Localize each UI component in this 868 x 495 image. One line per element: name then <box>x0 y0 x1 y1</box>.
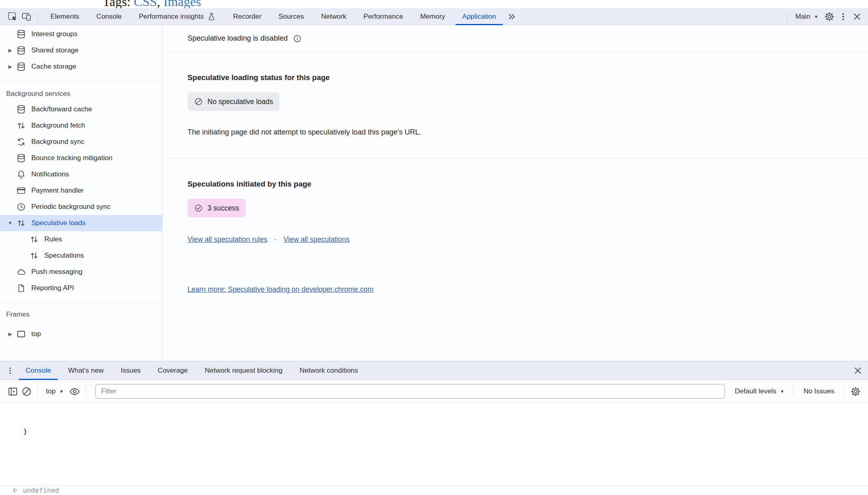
sidebar-item-label: Rules <box>44 235 62 243</box>
console-filter-input[interactable] <box>95 384 725 399</box>
sidebar-item-label: Reporting API <box>31 284 74 292</box>
sidebar-item-background-sync[interactable]: Background sync <box>0 134 162 150</box>
sidebar-item-push-messaging[interactable]: Push messaging <box>0 264 162 280</box>
up-down-arrows-icon <box>29 234 39 244</box>
sidebar-item-bounce-tracking-mitigation[interactable]: Bounce tracking mitigation <box>0 150 162 166</box>
console-settings-gear-icon[interactable] <box>848 384 862 398</box>
log-levels-select[interactable]: Default levels ▼ <box>730 387 789 395</box>
drawer-tab-console[interactable]: Console <box>17 361 59 380</box>
sidebar-item-cache-storage[interactable]: ▶ Cache storage <box>0 59 162 75</box>
view-all-speculation-rules-link[interactable]: View all speculation rules <box>188 235 267 244</box>
sidebar-item-label: Shared storage <box>31 46 79 54</box>
tab-performance[interactable]: Performance <box>355 8 412 25</box>
close-drawer-icon[interactable] <box>851 364 865 378</box>
sidebar-item-notifications[interactable]: Notifications <box>0 166 162 182</box>
tab-label: Performance <box>364 13 403 21</box>
sidebar-item-rules[interactable]: Rules <box>0 231 162 248</box>
chevron-down-icon: ▼ <box>814 14 818 19</box>
live-expression-eye-icon[interactable] <box>68 384 82 398</box>
sidebar-item-reporting-api[interactable]: Reporting API <box>0 280 162 296</box>
tab-recorder[interactable]: Recorder <box>225 8 270 25</box>
success-count-badge: 3 success <box>188 199 246 217</box>
tab-console[interactable]: Console <box>88 8 130 25</box>
drawer-tab-whats-new[interactable]: What's new <box>59 361 112 380</box>
bell-icon <box>16 169 26 179</box>
sidebar-item-periodic-background-sync[interactable]: Periodic background sync <box>0 199 162 215</box>
sidebar-item-label: Speculations <box>44 252 84 260</box>
speculative-loads-view: Speculative loading is disabled Speculat… <box>163 25 868 361</box>
tab-sources[interactable]: Sources <box>270 8 312 25</box>
drawer-tab-issues[interactable]: Issues <box>112 361 149 380</box>
execution-context-label: top <box>46 387 56 395</box>
sidebar-item-label: Payment handler <box>31 187 84 195</box>
inspect-element-icon[interactable] <box>6 10 20 24</box>
sidebar-item-label: Background sync <box>31 138 84 146</box>
tab-label: Network request blocking <box>205 367 283 375</box>
application-sidebar: Interest groups ▶ Shared storage ▶ Cache… <box>0 25 163 361</box>
tab-elements[interactable]: Elements <box>42 8 88 25</box>
console-blank-line <box>23 457 868 467</box>
tab-label: Memory <box>420 13 445 21</box>
status-section: Speculative loading status for this page… <box>163 52 868 158</box>
database-icon <box>16 29 26 39</box>
sidebar-item-speculative-loads[interactable]: ▼ Speculative loads <box>0 215 162 231</box>
drawer-tabbar: Console What's new Issues Coverage Netwo… <box>0 361 868 380</box>
result-value: undefined <box>23 486 59 494</box>
clock-icon <box>16 202 26 212</box>
tab-label: Coverage <box>158 367 188 375</box>
device-toolbar-icon[interactable] <box>20 10 33 24</box>
console-messages[interactable]: } const spec = document.createElement('s… <box>0 403 868 485</box>
toolbar-divider <box>86 386 86 397</box>
drawer-tab-network-request-blocking[interactable]: Network request blocking <box>196 361 291 380</box>
sidebar-item-speculations[interactable]: Speculations <box>0 248 162 264</box>
css-tag-link[interactable]: CSS <box>134 0 157 8</box>
sidebar-item-payment-handler[interactable]: Payment handler <box>0 182 162 199</box>
tab-performance-insights[interactable]: Performance insights <box>130 8 225 25</box>
kebab-menu-icon[interactable] <box>836 10 850 24</box>
sidebar-item-background-fetch[interactable]: Background fetch <box>0 117 162 134</box>
tab-network[interactable]: Network <box>312 8 355 25</box>
info-icon[interactable] <box>293 34 302 43</box>
toolbar-divider <box>37 386 38 397</box>
drawer-tab-coverage[interactable]: Coverage <box>149 361 196 380</box>
link-separator: · <box>274 235 277 244</box>
learn-more-row: Learn more: Speculative loading on devel… <box>163 264 868 294</box>
triangle-right-icon: ▶ <box>4 64 16 69</box>
sidebar-item-back-forward-cache[interactable]: Back/forward cache <box>0 101 162 117</box>
more-tabs-icon[interactable] <box>505 10 519 24</box>
tab-label: What's new <box>68 367 103 375</box>
learn-more-link[interactable]: Learn more: Speculative loading on devel… <box>188 285 373 293</box>
code-text: } <box>23 428 27 435</box>
issues-counter[interactable]: No Issues <box>798 387 840 395</box>
tags-comma: , <box>157 0 164 8</box>
tab-label: Elements <box>50 13 79 21</box>
cloud-icon <box>16 267 26 277</box>
drawer-tab-network-conditions[interactable]: Network conditions <box>291 361 366 380</box>
triangle-down-icon: ▼ <box>4 220 16 226</box>
view-all-speculations-link[interactable]: View all speculations <box>284 235 349 244</box>
console-code-line: } <box>23 426 868 436</box>
sidebar-item-label: Periodic background sync <box>31 203 111 211</box>
tab-application[interactable]: Application <box>454 8 504 25</box>
sidebar-item-top-frame[interactable]: ▶ top <box>0 326 162 342</box>
images-tag-link[interactable]: Images <box>164 0 201 8</box>
tags-label: Tags: <box>103 0 134 8</box>
target-context-select[interactable]: Main ▼ <box>791 13 822 21</box>
clear-console-icon[interactable] <box>20 384 33 398</box>
console-sidebar-toggle-icon[interactable] <box>6 384 20 398</box>
console-result-row: undefined <box>0 485 868 495</box>
speculative-loading-disabled-banner: Speculative loading is disabled <box>163 25 868 52</box>
tab-label: Sources <box>279 13 304 21</box>
tab-memory[interactable]: Memory <box>412 8 454 25</box>
sidebar-item-interest-groups[interactable]: Interest groups <box>0 26 162 42</box>
sidebar-item-shared-storage[interactable]: ▶ Shared storage <box>0 42 162 59</box>
tab-label: Application <box>462 13 496 21</box>
speculations-section: Speculations initiated by this page 3 su… <box>163 158 868 264</box>
settings-gear-icon[interactable] <box>822 10 836 24</box>
drawer-kebab-menu-icon[interactable] <box>3 364 17 378</box>
page-behind-strip: Tags: CSS, Images <box>0 0 868 8</box>
execution-context-select[interactable]: top ▼ <box>42 387 68 395</box>
status-description: The initiating page did not attempt to s… <box>188 128 844 137</box>
badge-label: No speculative loads <box>207 98 273 106</box>
close-devtools-icon[interactable] <box>850 10 864 24</box>
